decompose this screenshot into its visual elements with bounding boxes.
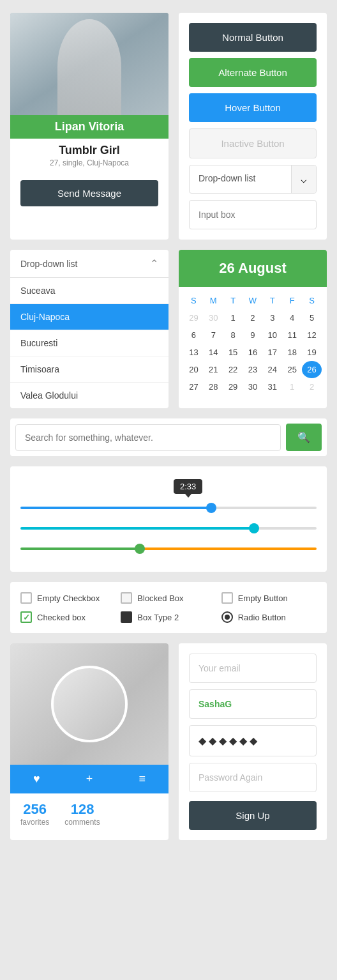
cal-cell[interactable]: 6 — [184, 326, 204, 344]
slider2[interactable] — [20, 527, 317, 530]
password-again-field[interactable]: Password Again — [189, 763, 317, 792]
profile-name-bar: Lipan Vitoria — [10, 115, 168, 139]
cal-cell[interactable]: 30 — [243, 378, 263, 395]
username-field[interactable]: SashaG — [189, 689, 317, 719]
cal-cell[interactable]: 31 — [262, 378, 282, 395]
cal-cell[interactable]: 17 — [262, 344, 282, 361]
checked-box-box[interactable]: ✓ — [20, 611, 32, 623]
search-input[interactable] — [15, 424, 281, 451]
dropdown-arrow-icon[interactable]: ⌵ — [291, 165, 316, 193]
favorites-label: favorites — [20, 818, 49, 827]
empty-checkbox-label: Empty Checkbox — [37, 593, 100, 603]
cal-cell[interactable]: 12 — [302, 326, 322, 344]
slider3-wrap — [20, 541, 317, 553]
slider3[interactable] — [20, 547, 317, 550]
box-type-item: Box Type 2 — [121, 611, 216, 623]
cal-cell[interactable]: 4 — [282, 309, 302, 326]
comments-stat: 128 comments — [64, 801, 100, 827]
cal-cell[interactable]: 20 — [184, 361, 204, 378]
cal-cell[interactable]: 30 — [204, 309, 223, 326]
favorites-count: 256 — [20, 801, 49, 818]
cal-cell[interactable]: 27 — [184, 378, 204, 395]
checked-box-item: ✓ Checked box — [20, 611, 116, 623]
cal-cell[interactable]: 8 — [223, 326, 243, 344]
normal-button[interactable]: Normal Button — [189, 23, 317, 52]
dropdown-list-header[interactable]: Drop-down list ⌃ — [10, 250, 168, 278]
radio-button-item: Radio Button — [221, 611, 317, 623]
dropdown-item-bucuresti[interactable]: Bucuresti — [10, 330, 168, 356]
dropdown-item-Valea[interactable]: Valea Glodului — [10, 383, 168, 408]
cal-cell[interactable]: 22 — [223, 361, 243, 378]
alternate-button[interactable]: Alternate Button — [189, 58, 317, 87]
profile-name: Lipan Vitoria — [55, 120, 124, 133]
sign-up-button[interactable]: Sign Up — [189, 801, 317, 830]
search-icon: 🔍 — [297, 432, 310, 443]
top-row: Lipan Vitoria Tumblr Girl 27, single, Cl… — [10, 13, 327, 240]
calendar-grid: S M T W T F S 29 30 1 — [184, 292, 322, 395]
empty-button-label: Empty Button — [238, 593, 288, 603]
bottom-row: ♥ + ≡ 256 favorites 128 comments Your em… — [10, 643, 327, 840]
second-row: Drop-down list ⌃ Suceava Cluj-Napoca Buc… — [10, 250, 327, 408]
blocked-box-item: Blocked Box — [121, 592, 216, 604]
cal-cell[interactable]: 23 — [243, 361, 263, 378]
slider1-wrap — [20, 500, 317, 512]
dropdown-item-timisoara[interactable]: Timisoara — [10, 356, 168, 383]
cal-cell[interactable]: 16 — [243, 344, 263, 361]
hover-button[interactable]: Hover Button — [189, 93, 317, 122]
dropdown-list-card: Drop-down list ⌃ Suceava Cluj-Napoca Buc… — [10, 250, 168, 408]
cal-cell[interactable]: 2 — [243, 309, 263, 326]
profile-info: Tumblr Girl 27, single, Cluj-Napoca — [10, 139, 168, 170]
cal-cell[interactable]: 1 — [282, 378, 302, 395]
dropdown-item-cluj[interactable]: Cluj-Napoca — [10, 304, 168, 330]
cal-cell[interactable]: 11 — [282, 326, 302, 344]
cal-cell-today[interactable]: 26 — [302, 361, 322, 378]
gallery-heart-button[interactable]: ♥ — [33, 772, 40, 786]
checkboxes-card: Empty Checkbox Blocked Box Empty Button … — [10, 582, 327, 633]
box-type2-box[interactable] — [121, 611, 132, 623]
cal-cell[interactable]: 10 — [262, 326, 282, 344]
cal-cell[interactable]: 19 — [302, 344, 322, 361]
cal-cell[interactable]: 25 — [282, 361, 302, 378]
search-row: 🔍 — [10, 418, 327, 456]
profile-image — [10, 13, 168, 115]
profile-card: Lipan Vitoria Tumblr Girl 27, single, Cl… — [10, 13, 168, 240]
cal-cell[interactable]: 24 — [262, 361, 282, 378]
cal-cell[interactable]: 2 — [302, 378, 322, 395]
search-button[interactable]: 🔍 — [286, 424, 322, 451]
cal-cell[interactable]: 5 — [302, 309, 322, 326]
blocked-box-label: Blocked Box — [137, 593, 183, 603]
password-field[interactable]: ◆◆◆◆◆◆ — [189, 725, 317, 756]
input-box[interactable] — [189, 200, 317, 229]
email-field-placeholder: Your email — [189, 654, 317, 683]
cal-day-f: F — [282, 292, 302, 309]
cal-cell[interactable]: 9 — [243, 326, 263, 344]
dropdown-row[interactable]: Drop-down list ⌵ — [189, 165, 317, 194]
cal-cell[interactable]: 18 — [282, 344, 302, 361]
sliders-card: 2:33 — [10, 466, 327, 572]
cal-day-s2: S — [302, 292, 322, 309]
empty-button-item: Empty Button — [221, 592, 317, 604]
cal-cell[interactable]: 3 — [262, 309, 282, 326]
gallery-menu-button[interactable]: ≡ — [139, 772, 146, 786]
empty-button-box[interactable] — [221, 592, 233, 604]
dropdown-item-suceava[interactable]: Suceava — [10, 278, 168, 304]
comments-count: 128 — [64, 801, 100, 818]
cal-cell[interactable]: 14 — [204, 344, 223, 361]
cal-cell[interactable]: 15 — [223, 344, 243, 361]
cal-cell[interactable]: 1 — [223, 309, 243, 326]
box-type-label: Box Type 2 — [137, 613, 179, 622]
cal-cell[interactable]: 13 — [184, 344, 204, 361]
cal-cell[interactable]: 21 — [204, 361, 223, 378]
cal-cell[interactable]: 7 — [204, 326, 223, 344]
send-message-button[interactable]: Send Message — [20, 180, 158, 206]
cal-day-m: M — [204, 292, 223, 309]
empty-checkbox-box[interactable] — [20, 592, 32, 604]
checked-box-label: Checked box — [37, 613, 86, 622]
cal-cell[interactable]: 29 — [223, 378, 243, 395]
gallery-plus-button[interactable]: + — [86, 772, 93, 786]
cal-cell[interactable]: 28 — [204, 378, 223, 395]
cal-cell[interactable]: 29 — [184, 309, 204, 326]
cal-day-t2: T — [262, 292, 282, 309]
radio-button-box[interactable] — [221, 611, 233, 623]
slider1[interactable] — [20, 507, 317, 509]
